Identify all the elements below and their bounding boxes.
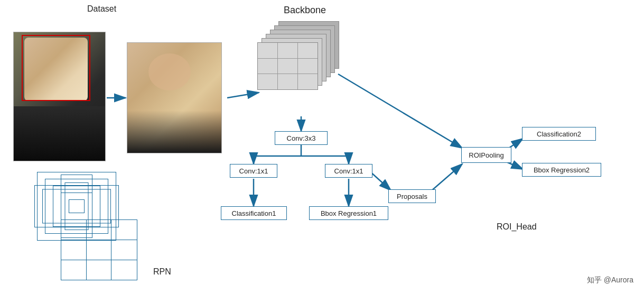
proposals-box: Proposals (388, 189, 436, 203)
conv1x1-left-box: Conv:1x1 (230, 164, 277, 178)
svg-line-4 (338, 74, 462, 148)
bbox-regression1-box: Bbox Regression1 (309, 206, 388, 220)
classification1-box: Classification1 (221, 206, 287, 220)
cat-image-1 (13, 32, 106, 161)
cat-image-2 (127, 42, 222, 153)
conv3x3-box: Conv:3x3 (275, 131, 328, 145)
roi-head-label: ROI_Head (497, 222, 537, 232)
rpn-label: RPN (153, 267, 171, 277)
roi-pooling-box: ROIPooling (461, 147, 511, 163)
svg-line-12 (370, 171, 391, 190)
conv1x1-right-box: Conv:1x1 (325, 164, 372, 178)
diagram: Dataset Backbone Conv:3x3 Conv:1x1 (0, 0, 644, 293)
watermark: 知乎 @Aurora (587, 276, 633, 285)
backbone-feature-maps (257, 21, 342, 119)
dataset-label: Dataset (87, 4, 116, 14)
bbox-regression2-box: Bbox Regression2 (522, 163, 601, 177)
backbone-label: Backbone (284, 5, 326, 16)
rpn-grid (61, 219, 137, 280)
svg-line-3 (227, 93, 259, 98)
classification2-box: Classification2 (522, 127, 596, 141)
